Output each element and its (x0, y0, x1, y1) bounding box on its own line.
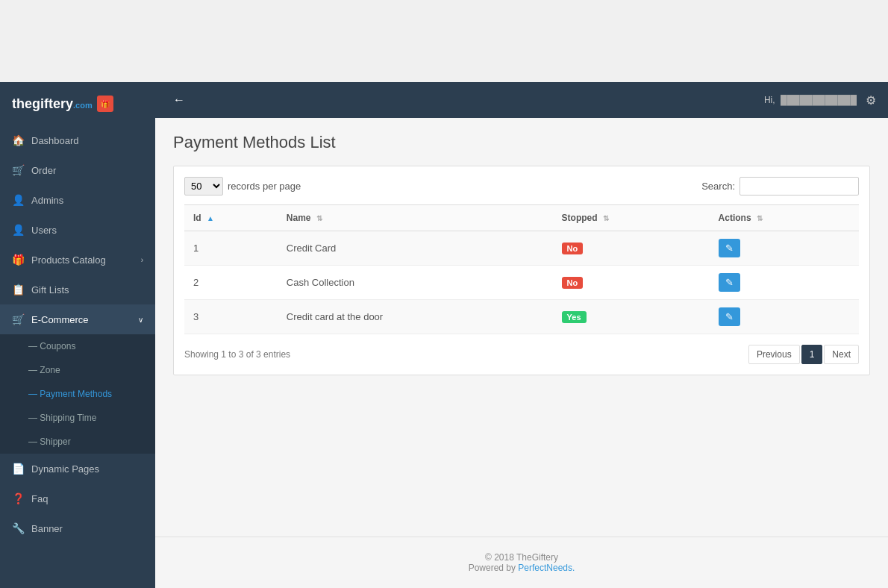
sort-icon-actions: ⇅ (757, 214, 763, 222)
back-button[interactable]: ← (167, 90, 191, 110)
sidebar-link-gift-lists[interactable]: 📋 Gift Lists (0, 275, 155, 304)
footer-copyright: © 2018 TheGiftery (170, 552, 873, 563)
stopped-badge: No (562, 277, 584, 289)
sidebar-label-ecommerce: E-Commerce (31, 314, 131, 325)
sidebar-item-gift-lists[interactable]: 📋 Gift Lists (0, 275, 155, 304)
sidebar-item-products-catalog[interactable]: 🎁 Products Catalog › (0, 245, 155, 275)
sidebar-link-order[interactable]: 🛒 Order (0, 155, 155, 185)
stopped-badge: No (562, 243, 584, 254)
cell-name: Credit Card (278, 231, 553, 266)
footer-perfectneeds-link[interactable]: PerfectNeeds. (518, 563, 575, 573)
records-per-page-select[interactable]: 50 25 100 (184, 177, 223, 196)
sidebar-label-users: Users (31, 225, 143, 236)
logo-text: thegiftery.com (12, 96, 93, 112)
footer-powered-by: Powered by PerfectNeeds. (170, 563, 873, 573)
search-label: Search: (701, 181, 735, 192)
sidebar-label-dynamic-pages: Dynamic Pages (31, 463, 143, 475)
edit-button[interactable]: ✎ (719, 307, 740, 326)
cell-stopped: No (553, 266, 710, 300)
topbar: ← Hi, ████████████ ⚙ (155, 82, 888, 118)
next-page-button[interactable]: Next (824, 345, 859, 364)
sidebar-label-dashboard: Dashboard (31, 135, 143, 146)
pagination: Previous 1 Next (748, 345, 859, 364)
sidebar-link-faq[interactable]: ❓ Faq (0, 484, 155, 513)
sidebar-label-faq: Faq (31, 493, 143, 504)
admins-icon: 👤 (12, 194, 24, 206)
entries-info: Showing 1 to 3 of 3 entries (184, 349, 290, 360)
submenu-item-shipper[interactable]: Shipper (0, 430, 155, 454)
table-row: 2Cash CollectionNo✎ (184, 266, 859, 300)
col-header-id[interactable]: Id ▲ (184, 205, 278, 231)
products-icon: 🎁 (12, 254, 24, 266)
submenu-item-payment-methods[interactable]: Payment Methods (0, 382, 155, 406)
sort-icon-name: ⇅ (316, 214, 322, 222)
cell-stopped: No (553, 231, 710, 266)
banner-icon: 🔧 (12, 522, 24, 534)
sidebar-link-dashboard[interactable]: 🏠 Dashboard (0, 125, 155, 155)
table-card: 50 25 100 records per page Search: (173, 166, 870, 375)
search-input[interactable] (740, 177, 859, 196)
ecommerce-icon: 🛒 (12, 313, 24, 325)
records-per-page-control: 50 25 100 records per page (184, 177, 301, 196)
cell-actions: ✎ (710, 231, 859, 266)
sidebar-item-dashboard[interactable]: 🏠 Dashboard (0, 125, 155, 155)
current-page-button[interactable]: 1 (801, 345, 823, 364)
sort-icon-id: ▲ (207, 214, 214, 222)
table-controls: 50 25 100 records per page Search: (184, 177, 859, 196)
topbar-user-greeting: Hi, ████████████ (764, 95, 857, 105)
sidebar-item-order[interactable]: 🛒 Order (0, 155, 155, 185)
cell-stopped: Yes (553, 300, 710, 334)
edit-button[interactable]: ✎ (719, 239, 740, 257)
col-header-stopped[interactable]: Stopped ⇅ (553, 205, 710, 231)
cell-name: Cash Collection (278, 266, 553, 300)
topbar-left: ← (167, 90, 191, 110)
sidebar-link-ecommerce[interactable]: 🛒 E-Commerce ∨ (0, 304, 155, 334)
sidebar-navigation: 🏠 Dashboard 🛒 Order 👤 Admins (0, 125, 155, 543)
topbar-user-email: ████████████ (781, 95, 857, 105)
products-chevron-icon: › (141, 256, 143, 264)
edit-button[interactable]: ✎ (719, 273, 740, 292)
logo-icon: 🎁 (97, 96, 113, 112)
sidebar-item-faq[interactable]: ❓ Faq (0, 484, 155, 513)
col-header-actions: Actions ⇅ (710, 205, 859, 231)
sidebar-item-dynamic-pages[interactable]: 📄 Dynamic Pages (0, 454, 155, 484)
cell-id: 1 (184, 231, 278, 266)
sidebar-label-admins: Admins (31, 195, 143, 206)
sidebar: thegiftery.com 🎁 🏠 Dashboard 🛒 Order (0, 82, 155, 588)
stopped-badge: Yes (562, 311, 587, 323)
submenu-item-zone[interactable]: Zone (0, 358, 155, 382)
sidebar-item-banner[interactable]: 🔧 Banner (0, 513, 155, 543)
submenu-link-coupons[interactable]: Coupons (0, 334, 155, 358)
table-row: 3Credit card at the doorYes✎ (184, 300, 859, 334)
sidebar-link-admins[interactable]: 👤 Admins (0, 185, 155, 215)
submenu-item-shipping-time[interactable]: Shipping Time (0, 406, 155, 430)
previous-page-button[interactable]: Previous (748, 345, 800, 364)
main-content: ← Hi, ████████████ ⚙ Payment Methods Lis… (155, 82, 888, 588)
sidebar-link-products-catalog[interactable]: 🎁 Products Catalog › (0, 245, 155, 275)
table-header-row: Id ▲ Name ⇅ Stopped ⇅ (184, 205, 859, 231)
table-row: 1Credit CardNo✎ (184, 231, 859, 266)
submenu-link-shipping-time[interactable]: Shipping Time (0, 406, 155, 430)
sidebar-label-banner: Banner (31, 523, 143, 534)
submenu-link-payment-methods[interactable]: Payment Methods (0, 382, 155, 406)
gear-icon[interactable]: ⚙ (866, 93, 876, 107)
sidebar-item-admins[interactable]: 👤 Admins (0, 185, 155, 215)
sidebar-link-users[interactable]: 👤 Users (0, 215, 155, 245)
sidebar-item-users[interactable]: 👤 Users (0, 215, 155, 245)
submenu-link-shipper[interactable]: Shipper (0, 430, 155, 454)
ecommerce-submenu: Coupons Zone Payment Methods Shipping Ti… (0, 334, 155, 454)
sidebar-label-order: Order (31, 165, 143, 176)
sidebar-label-products-catalog: Products Catalog (31, 254, 134, 266)
site-footer: © 2018 TheGiftery Powered by PerfectNeed… (155, 537, 888, 588)
dynamic-pages-icon: 📄 (12, 463, 24, 475)
sidebar-item-ecommerce[interactable]: 🛒 E-Commerce ∨ Coupons Zone Payment Meth… (0, 304, 155, 454)
cell-id: 2 (184, 266, 278, 300)
sidebar-logo: thegiftery.com 🎁 (0, 82, 155, 125)
table-footer: Showing 1 to 3 of 3 entries Previous 1 N… (184, 345, 859, 364)
dashboard-icon: 🏠 (12, 134, 24, 146)
col-header-name[interactable]: Name ⇅ (278, 205, 553, 231)
sidebar-link-dynamic-pages[interactable]: 📄 Dynamic Pages (0, 454, 155, 484)
submenu-item-coupons[interactable]: Coupons (0, 334, 155, 358)
submenu-link-zone[interactable]: Zone (0, 358, 155, 382)
sidebar-link-banner[interactable]: 🔧 Banner (0, 513, 155, 543)
